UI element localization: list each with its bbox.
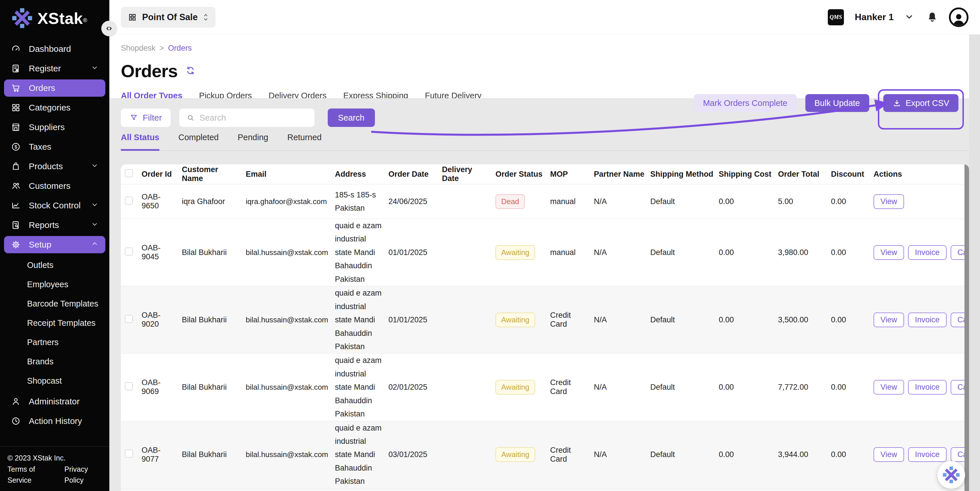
sidebar-item-categories[interactable]: Categories <box>4 99 105 116</box>
tab-pending[interactable]: Pending <box>238 133 268 151</box>
order-status: Dead <box>495 194 550 209</box>
table-row: OAB-9077Bilal Bukhariibilal.hussain@xsta… <box>121 421 969 488</box>
row-checkbox[interactable] <box>125 450 133 458</box>
customer-name: Bilal Bukharii <box>182 248 246 257</box>
select-all-checkbox[interactable] <box>125 169 133 177</box>
mop: Credit Card <box>550 378 594 396</box>
tab-completed[interactable]: Completed <box>178 133 219 151</box>
sidebar-item-taxes[interactable]: $ Taxes <box>4 138 105 155</box>
window-scrollbar[interactable] <box>969 35 980 491</box>
search-input[interactable] <box>199 113 307 123</box>
row-checkbox[interactable] <box>125 247 133 255</box>
grid-small-icon <box>128 13 137 22</box>
customer-name: iqra Ghafoor <box>182 197 246 206</box>
collapse-icon <box>105 24 113 32</box>
breadcrumb-parent[interactable]: Shopdesk <box>121 44 155 53</box>
sidebar-item-partners[interactable]: Partners <box>0 333 109 352</box>
users-icon <box>11 181 21 191</box>
sidebar-item-dashboard[interactable]: Dashboard <box>4 40 105 57</box>
order-total: 7,772.00 <box>778 383 831 392</box>
table-scrollbar[interactable] <box>964 164 969 491</box>
sidebar-item-customers[interactable]: Customers <box>4 177 105 194</box>
discount: 0.00 <box>831 383 873 392</box>
svg-text:$: $ <box>14 144 17 150</box>
refresh-icon[interactable] <box>185 65 196 77</box>
shipping-method: Default <box>650 248 719 257</box>
sidebar-item-outlets[interactable]: Outlets <box>0 255 109 275</box>
column-header: Order Status <box>495 170 550 179</box>
invoice-button[interactable]: Invoice <box>908 245 947 260</box>
sidebar-collapse-button[interactable] <box>101 21 117 36</box>
view-button[interactable]: View <box>873 380 904 395</box>
view-button[interactable]: View <box>873 245 904 260</box>
order-status: Awaiting <box>495 447 550 462</box>
row-actions: ViewInvoiceCancel <box>873 447 969 462</box>
view-button[interactable]: View <box>873 447 904 462</box>
search-button[interactable]: Search <box>328 108 375 127</box>
export-csv-button[interactable]: Export CSV <box>883 94 959 112</box>
bell-icon[interactable] <box>926 11 938 24</box>
table-row: OAB-9650iqra Ghafooriqra.ghafoor@xstak.c… <box>121 184 969 218</box>
app-selector[interactable]: Point Of Sale <box>121 7 215 28</box>
shipping-cost: 0.00 <box>719 450 778 459</box>
row-checkbox[interactable] <box>125 196 133 205</box>
column-header: Email <box>246 170 335 179</box>
brand: XStak® <box>0 0 109 33</box>
sidebar-item-stock-control[interactable]: Stock Control <box>4 197 105 214</box>
sidebar-item-administrator[interactable]: Administrator <box>4 393 105 410</box>
sidebar-item-brands[interactable]: Brands <box>0 352 109 371</box>
search-icon <box>187 113 194 122</box>
column-header: Shipping Method <box>650 170 719 179</box>
store-logo: QMS <box>828 9 844 26</box>
sidebar-item-shopcast[interactable]: Shopcast <box>0 371 109 391</box>
view-button[interactable]: View <box>873 194 904 209</box>
terms-link[interactable]: Terms of Service <box>8 464 52 486</box>
avatar[interactable] <box>949 8 969 27</box>
chevron-down-icon[interactable] <box>905 12 914 22</box>
table-row: OAB-quaid e azam industrialAwaitingViewI… <box>121 488 969 491</box>
shipping-method: Default <box>650 383 719 392</box>
copyright-text: © 2023 XStak Inc. <box>8 453 102 464</box>
tab-returned[interactable]: Returned <box>287 133 321 151</box>
sidebar-item-products[interactable]: Products <box>4 158 105 175</box>
sidebar-nav: Dashboard Register Orders Categories Sup… <box>0 33 109 446</box>
sidebar-item-orders[interactable]: Orders <box>4 80 105 97</box>
sidebar-item-reports[interactable]: Reports <box>4 217 105 234</box>
topbar: Point Of Sale QMS Hanker 1 <box>109 0 980 35</box>
invoice-button[interactable]: Invoice <box>908 447 947 462</box>
mark-orders-complete-button[interactable]: Mark Orders Complete <box>694 94 796 112</box>
brand-floating-badge[interactable] <box>937 461 965 489</box>
sidebar-item-suppliers[interactable]: Suppliers <box>4 119 105 136</box>
row-checkbox[interactable] <box>125 382 133 390</box>
row-checkbox[interactable] <box>125 315 133 323</box>
view-button[interactable]: View <box>873 312 904 327</box>
column-header: Order Date <box>388 170 442 179</box>
status-badge: Awaiting <box>495 447 535 462</box>
chart-icon <box>11 201 21 210</box>
discount: 0.00 <box>831 450 873 459</box>
invoice-button[interactable]: Invoice <box>908 312 947 327</box>
address: 185-s 185-s Pakistan <box>335 188 388 215</box>
person-icon <box>952 11 966 26</box>
bulk-update-button[interactable]: Bulk Update <box>805 94 869 112</box>
orders-table: Order Id Customer Name Email Address Ord… <box>121 164 969 491</box>
report-icon <box>11 220 21 230</box>
partner-name: N/A <box>594 248 650 257</box>
filter-section: Filter Search All Status Completed Pendi… <box>109 98 980 491</box>
sidebar-item-employees[interactable]: Employees <box>0 275 109 294</box>
column-header: Address <box>335 170 388 179</box>
invoice-button[interactable]: Invoice <box>908 380 947 395</box>
column-header: Delivery Date <box>442 165 495 183</box>
sidebar-item-register[interactable]: Register <box>4 60 105 77</box>
table-body: OAB-9650iqra Ghafooriqra.ghafoor@xstak.c… <box>121 184 969 491</box>
tab-all-status[interactable]: All Status <box>121 133 159 151</box>
mop: Credit Card <box>550 311 594 329</box>
privacy-link[interactable]: Privacy Policy <box>64 464 102 486</box>
sidebar-item-action-history[interactable]: Action History <box>4 413 105 430</box>
mop: manual <box>550 197 594 206</box>
sidebar-item-setup[interactable]: Setup <box>4 236 105 253</box>
filter-button[interactable]: Filter <box>121 108 170 127</box>
order-total: 3,944.00 <box>778 450 831 459</box>
sidebar-item-barcode-templates[interactable]: Barcode Templates <box>0 294 109 313</box>
sidebar-item-receipt-templates[interactable]: Receipt Templates <box>0 313 109 333</box>
